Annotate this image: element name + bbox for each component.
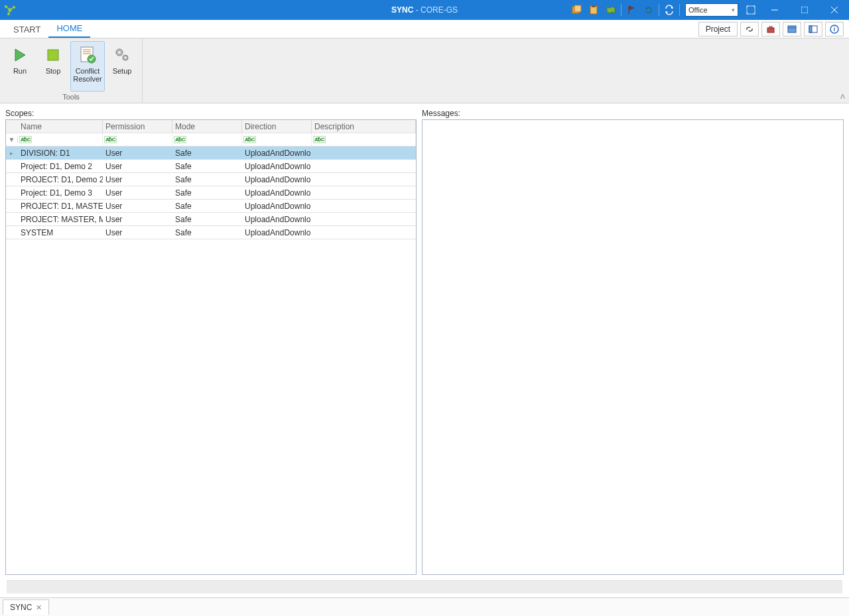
titlebar-fullscreen-icon[interactable] xyxy=(742,0,759,20)
title-bar: SYNC - CORE-GS Office ▾ xyxy=(0,0,849,20)
cell-mode: Safe xyxy=(172,160,242,172)
toolbar-info-icon[interactable]: i xyxy=(825,22,844,36)
column-header-description[interactable]: Description xyxy=(312,120,416,133)
titlebar-separator xyxy=(679,4,680,16)
svg-point-31 xyxy=(119,52,121,54)
cell-mode: Safe xyxy=(172,186,242,199)
cell-description xyxy=(312,160,416,172)
scopes-label: Scopes: xyxy=(5,109,417,118)
theme-combo[interactable]: Office ▾ xyxy=(685,3,738,17)
cell-permission: User xyxy=(103,173,172,186)
window-close-button[interactable] xyxy=(819,0,849,20)
window-minimize-button[interactable] xyxy=(759,0,789,20)
setup-button[interactable]: Setup xyxy=(106,41,138,92)
ribbon-collapse-icon[interactable]: ᐱ xyxy=(840,93,845,100)
cell-name: Project: D1, Demo 2 xyxy=(18,160,103,172)
cell-description xyxy=(312,186,416,199)
stop-label: Stop xyxy=(46,67,61,75)
cell-mode: Safe xyxy=(172,213,242,225)
svg-rect-16 xyxy=(767,28,774,32)
column-header-direction[interactable]: Direction xyxy=(242,120,312,133)
cell-permission: User xyxy=(103,147,172,159)
svg-point-6 xyxy=(8,13,10,15)
table-row[interactable]: ▸DIVISION: D1UserSafeUploadAndDownlo… xyxy=(6,147,416,160)
toolbar-link-icon[interactable] xyxy=(740,22,759,36)
toolbar-briefcase-icon[interactable] xyxy=(761,22,780,36)
filter-cell-permission[interactable]: A␢C xyxy=(103,133,172,146)
titlebar-refresh-icon[interactable] xyxy=(640,0,657,20)
svg-rect-24 xyxy=(48,50,58,60)
run-button[interactable]: Run xyxy=(4,41,36,92)
document-tabs: SYNC ✕ xyxy=(0,597,849,616)
svg-rect-18 xyxy=(788,26,796,32)
window-title: SYNC - CORE-GS xyxy=(391,5,458,15)
cell-name: Project: D1, Demo 3 xyxy=(18,186,103,199)
grid-header-row: Name Permission Mode Direction Descripti… xyxy=(6,120,416,133)
svg-rect-10 xyxy=(592,5,596,7)
titlebar-separator xyxy=(621,4,621,16)
setup-label: Setup xyxy=(113,67,132,75)
titlebar-map-icon[interactable] xyxy=(602,0,620,20)
conflict-resolver-button[interactable]: ConflictResolver xyxy=(70,41,105,92)
conflict-resolver-label: ConflictResolver xyxy=(73,67,101,83)
column-header-name[interactable]: Name xyxy=(18,120,103,133)
cell-name: PROJECT: D1, MASTER xyxy=(18,200,103,212)
filter-cell-direction[interactable]: A␢C xyxy=(242,133,312,146)
status-bar xyxy=(7,580,842,593)
stop-button[interactable]: Stop xyxy=(37,41,69,92)
scopes-panel: Scopes: Name Permission Mode Direction D… xyxy=(5,109,417,575)
filter-icon[interactable]: ▼ xyxy=(6,136,18,143)
cell-direction: UploadAndDownlo… xyxy=(242,173,312,186)
project-button[interactable]: Project xyxy=(698,22,738,36)
document-tab-label: SYNC xyxy=(10,603,32,612)
titlebar-clipboard-icon[interactable] xyxy=(585,0,602,20)
cell-permission: User xyxy=(103,213,172,225)
document-tab-sync[interactable]: SYNC ✕ xyxy=(3,599,49,615)
cell-mode: Safe xyxy=(172,173,242,186)
cell-name: PROJECT: MASTER, M… xyxy=(18,213,103,225)
table-row[interactable]: PROJECT: MASTER, M…UserSafeUploadAndDown… xyxy=(6,213,416,226)
app-logo-icon xyxy=(0,5,20,15)
cell-direction: UploadAndDownlo… xyxy=(242,160,312,172)
titlebar-card-icon[interactable] xyxy=(568,0,585,20)
toolbar-panel-icon[interactable] xyxy=(804,22,822,36)
cell-mode: Safe xyxy=(172,226,242,239)
tab-start[interactable]: START xyxy=(5,21,48,38)
svg-point-33 xyxy=(125,57,126,58)
svg-rect-8 xyxy=(574,5,581,12)
column-header-permission[interactable]: Permission xyxy=(103,120,172,133)
table-row[interactable]: PROJECT: D1, Demo 2aUserSafeUploadAndDow… xyxy=(6,173,416,186)
gears-icon xyxy=(111,44,133,66)
titlebar-flag-icon[interactable] xyxy=(623,0,640,20)
filter-cell-mode[interactable]: A␢C xyxy=(172,133,242,146)
table-row[interactable]: Project: D1, Demo 2UserSafeUploadAndDown… xyxy=(6,160,416,173)
titlebar-sync-icon[interactable] xyxy=(661,0,678,20)
svg-rect-11 xyxy=(747,6,755,14)
run-label: Run xyxy=(13,67,27,75)
ribbon-group-tools: Run Stop ConflictResolver Setup Tools xyxy=(0,38,143,103)
messages-label: Messages: xyxy=(422,109,844,118)
table-row[interactable]: SYSTEMUserSafeUploadAndDownlo… xyxy=(6,226,416,239)
grid-filter-row: ▼ A␢C A␢C A␢C A␢C A␢C xyxy=(6,133,416,147)
svg-point-4 xyxy=(5,6,7,8)
play-icon xyxy=(9,44,31,66)
table-row[interactable]: Project: D1, Demo 3UserSafeUploadAndDown… xyxy=(6,186,416,200)
cell-name: SYSTEM xyxy=(18,226,103,239)
cell-direction: UploadAndDownlo… xyxy=(242,147,312,159)
svg-point-5 xyxy=(13,7,15,9)
table-row[interactable]: PROJECT: D1, MASTERUserSafeUploadAndDown… xyxy=(6,200,416,213)
document-check-icon xyxy=(77,44,98,66)
close-icon[interactable]: ✕ xyxy=(36,603,42,612)
tab-home[interactable]: HOME xyxy=(48,19,90,38)
column-header-mode[interactable]: Mode xyxy=(172,120,242,133)
filter-cell-name[interactable]: A␢C xyxy=(18,133,103,146)
filter-cell-description[interactable]: A␢C xyxy=(312,133,416,146)
content-area: Scopes: Name Permission Mode Direction D… xyxy=(0,103,849,580)
row-expander[interactable]: ▸ xyxy=(6,150,18,156)
cell-permission: User xyxy=(103,186,172,199)
ribbon-tab-strip: START HOME Project i xyxy=(0,20,849,38)
cell-description xyxy=(312,200,416,212)
toolbar-window-icon[interactable] xyxy=(783,22,801,36)
theme-combo-value: Office xyxy=(688,6,708,14)
window-maximize-button[interactable] xyxy=(789,0,819,20)
